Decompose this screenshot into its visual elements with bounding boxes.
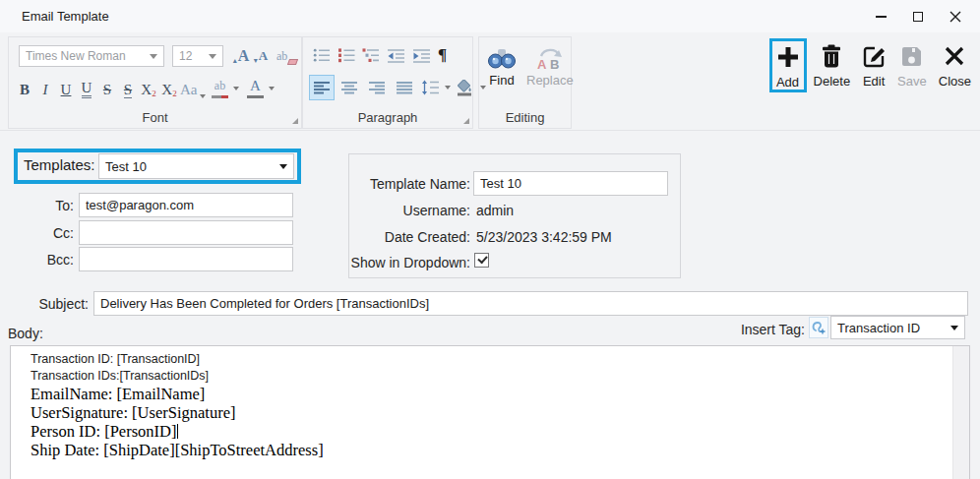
align-right-icon (368, 81, 386, 95)
bcc-input[interactable] (79, 247, 293, 271)
date-created-label: Date Created: (354, 229, 470, 245)
font-color-button[interactable]: A (246, 77, 266, 100)
clear-formatting-button[interactable]: ab (276, 43, 297, 67)
body-line: Person ID: [PersonID] (31, 422, 946, 441)
line-spacing-icon (421, 80, 440, 95)
cc-input[interactable] (79, 220, 293, 245)
window-close-button[interactable] (937, 3, 974, 30)
body-line: Transaction ID: [TransactionID] (31, 351, 946, 368)
line-spacing-button[interactable] (419, 75, 441, 100)
align-left-icon (313, 81, 331, 95)
minimize-button[interactable] (862, 3, 899, 30)
grow-font-icon: ▴ (233, 56, 237, 65)
editing-group: Find A B Replace Editing (478, 36, 572, 129)
double-strikethrough-glyph: S (124, 83, 132, 98)
multilevel-list-icon[interactable] (362, 48, 380, 63)
window-close-icon (949, 11, 961, 23)
shrink-font-button[interactable]: ▾A (251, 43, 271, 67)
bcc-label: Bcc: (14, 252, 74, 268)
font-name-combo[interactable]: Times New Roman (19, 45, 164, 67)
edit-button[interactable]: Edit (857, 38, 890, 90)
show-in-dropdown-checkbox[interactable] (474, 253, 489, 268)
body-editor[interactable]: Transaction ID: [TransactionID] Transact… (10, 345, 970, 479)
templates-dropdown[interactable]: Test 10 (98, 153, 294, 179)
titlebar: Email Template (0, 0, 980, 32)
insert-tag-dropdown[interactable]: Transaction ID (830, 316, 965, 339)
replace-label: Replace (526, 73, 574, 88)
email-template-window: Email Template Times New Roman 12 ▴A ▾A (0, 0, 980, 479)
font-name-value: Times New Roman (20, 49, 146, 63)
subscript-button[interactable]: X2 (159, 77, 179, 100)
strikethrough-button[interactable]: S (97, 77, 117, 100)
double-underline-button[interactable]: U (77, 77, 96, 100)
font-group-expand-icon[interactable] (292, 118, 298, 124)
insert-tag-icon-button[interactable] (809, 317, 828, 338)
subscript-glyph: X (161, 81, 172, 98)
show-in-dropdown-label: Show in Dropdown: (349, 255, 470, 270)
add-button[interactable]: Add (769, 38, 807, 92)
delete-button[interactable]: Delete (809, 38, 856, 90)
chevron-down-icon (200, 94, 206, 98)
superscript-button[interactable]: X2 (139, 77, 158, 100)
underline-button[interactable]: U (56, 77, 76, 100)
maximize-icon (913, 12, 923, 22)
bold-button[interactable]: B (15, 77, 34, 100)
replace-button[interactable]: A B Replace (526, 47, 574, 88)
font-color-glyph: A (250, 77, 261, 94)
find-button[interactable]: Find (487, 47, 517, 88)
to-label: To: (14, 198, 74, 213)
decrease-indent-icon[interactable] (387, 48, 405, 63)
font-group-label: Font (9, 110, 301, 125)
subject-label: Subject: (20, 296, 89, 312)
save-button[interactable]: Save (892, 38, 932, 90)
italic-glyph: I (43, 81, 48, 98)
edit-pencil-icon (862, 44, 886, 68)
chevron-down-icon (269, 87, 275, 90)
font-color-bar (247, 95, 264, 98)
template-name-label: Template Name: (354, 176, 470, 192)
body-scrollbar[interactable] (952, 346, 969, 479)
chevron-down-icon (950, 326, 958, 330)
show-marks-icon[interactable]: ¶ (438, 45, 447, 65)
trash-icon (821, 44, 842, 68)
align-right-button[interactable] (364, 75, 390, 100)
grow-font-button[interactable]: ▴A (231, 43, 251, 67)
numbered-list-icon[interactable] (337, 48, 355, 63)
italic-button[interactable]: I (35, 77, 55, 100)
increase-indent-icon[interactable] (412, 48, 431, 63)
template-name-input[interactable] (473, 171, 668, 196)
to-input[interactable] (79, 193, 293, 217)
align-center-icon (340, 81, 358, 95)
close-button[interactable]: Close (934, 38, 976, 90)
font-size-value: 12 (173, 49, 205, 63)
align-center-button[interactable] (337, 75, 362, 100)
save-floppy-icon (900, 45, 923, 68)
chevron-down-icon (150, 54, 157, 59)
body-line: Ship Date: [ShipDate][ShipToStreetAddres… (31, 441, 946, 459)
tag-link-icon (811, 320, 827, 335)
username-label: Username: (354, 203, 470, 218)
double-strikethrough-button[interactable]: S (118, 77, 138, 100)
maximize-button[interactable] (899, 3, 937, 30)
change-case-button[interactable]: Aa (180, 77, 206, 100)
shading-button[interactable] (453, 75, 476, 100)
paragraph-group-expand-icon[interactable] (463, 118, 469, 124)
subject-input[interactable] (93, 291, 968, 316)
subscript-mark: 2 (172, 89, 177, 98)
find-label: Find (489, 73, 514, 88)
align-left-button[interactable] (309, 75, 335, 100)
close-label: Close (939, 74, 971, 89)
change-case-glyph: Aa (180, 81, 198, 98)
chevron-down-icon (445, 86, 451, 90)
font-size-combo[interactable]: 12 (172, 45, 223, 67)
paragraph-group: ¶ Paragraph (302, 36, 473, 129)
underline-glyph: U (61, 81, 72, 98)
paint-bucket-icon (455, 80, 474, 96)
superscript-mark: 2 (152, 89, 156, 98)
highlight-color-button[interactable]: ab (211, 77, 230, 100)
bullet-list-icon[interactable] (313, 48, 331, 63)
justify-button[interactable] (392, 75, 417, 100)
close-x-icon (944, 45, 965, 67)
body-line: Transaction IDs:[TransactionIDs] (31, 368, 946, 385)
editing-group-label: Editing (479, 110, 571, 125)
